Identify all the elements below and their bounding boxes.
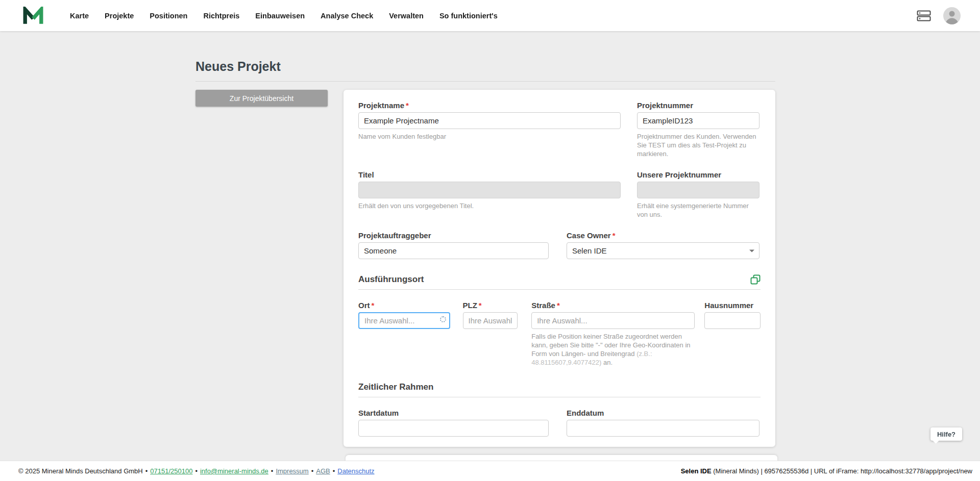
projektnummer-label: Projektnummer [637, 101, 760, 110]
field-startdatum: Startdatum [358, 409, 549, 437]
strasse-label-text: Straße [531, 301, 555, 310]
help-button[interactable]: Hilfe? [930, 427, 962, 441]
field-case-owner: Case Owner* Selen IDE [567, 231, 760, 259]
server-icon[interactable] [917, 10, 931, 21]
title-divider [195, 81, 775, 82]
strasse-helper-suffix: an. [601, 359, 612, 366]
navbar-right [917, 7, 961, 24]
ort-label: Ort* [358, 301, 450, 310]
unsere-projektnummer-label: Unsere Projektnummer [637, 170, 760, 179]
enddatum-label: Enddatum [567, 409, 760, 417]
form-row-auftraggeber-owner: Projektauftraggeber Case Owner* Selen ID… [358, 231, 761, 259]
nav-item-karte[interactable]: Karte [70, 12, 89, 20]
nav-item-positionen[interactable]: Positionen [150, 12, 187, 20]
footer: © 2025 Mineral Minds Deutschland GmbH•07… [0, 461, 980, 481]
projektnummer-input[interactable] [637, 112, 760, 129]
ort-input[interactable] [358, 312, 450, 329]
main-nav: Karte Projekte Positionen Richtpreis Ein… [70, 12, 498, 20]
required-asterisk: * [479, 301, 482, 310]
strasse-label: Straße* [531, 301, 695, 310]
footer-agb-link[interactable]: AGB [316, 467, 330, 475]
back-to-project-overview-button[interactable]: Zur Projektübersicht [195, 90, 328, 107]
section-zeitlicher-rahmen-title: Zeitlicher Rahmen [358, 382, 433, 392]
chevron-down-icon [749, 249, 754, 252]
plz-label: PLZ* [463, 301, 518, 310]
case-owner-selected-value: Selen IDE [572, 246, 607, 255]
footer-phone-link[interactable]: 07151/250100 [150, 467, 192, 475]
startdatum-label: Startdatum [358, 409, 549, 417]
field-ort: Ort* [358, 301, 450, 329]
strasse-input[interactable] [531, 312, 695, 329]
field-projektnummer: Projektnummer Projektnummer des Kunden. … [637, 101, 760, 158]
nav-item-so-funktionierts[interactable]: So funktioniert's [439, 12, 498, 20]
required-asterisk: * [612, 231, 616, 240]
main-content: Neues Projekt Zur Projektübersicht Proje… [0, 31, 980, 461]
projektauftraggeber-input[interactable] [358, 242, 549, 259]
case-owner-label-text: Case Owner [567, 231, 611, 240]
case-owner-select[interactable]: Selen IDE [567, 242, 760, 259]
strasse-helper-main: Falls die Position keiner Straße zugeord… [531, 333, 690, 358]
required-asterisk: * [406, 101, 409, 110]
strasse-helper: Falls die Position keiner Straße zugeord… [531, 332, 695, 367]
projektname-helper: Name vom Kunden festlegbar [358, 132, 621, 141]
nav-item-analyse-check[interactable]: Analyse Check [321, 12, 373, 20]
field-enddatum: Enddatum [567, 409, 760, 437]
form-row-titel: Titel Erhält den von uns vorgegebenen Ti… [358, 170, 761, 219]
section-zeitlicher-rahmen-header: Zeitlicher Rahmen [358, 382, 761, 397]
titel-input [358, 182, 621, 198]
plz-input[interactable] [463, 312, 518, 329]
form-row-dates: Startdatum Enddatum [358, 409, 761, 437]
hausnummer-input[interactable] [704, 312, 761, 329]
mineral-minds-logo [23, 7, 43, 25]
enddatum-input[interactable] [567, 420, 760, 437]
field-projektname: Projektname* Name vom Kunden festlegbar [358, 101, 621, 158]
separator: • [333, 467, 335, 475]
footer-email-link[interactable]: info@mineral-minds.de [200, 467, 268, 475]
form-row-name-number: Projektname* Name vom Kunden festlegbar … [358, 101, 761, 158]
hausnummer-label: Hausnummer [704, 301, 761, 310]
required-asterisk: * [372, 301, 375, 310]
section-ausfuehrungsort-header: Ausführungsort [358, 274, 761, 290]
separator: • [311, 467, 314, 475]
loading-spinner-icon [440, 316, 446, 322]
projektauftraggeber-label: Projektauftraggeber [358, 231, 549, 240]
projektname-label-text: Projektname [358, 101, 404, 110]
user-avatar-icon[interactable] [943, 7, 961, 24]
nav-item-einbauweisen[interactable]: Einbauweisen [255, 12, 305, 20]
projektname-label: Projektname* [358, 101, 621, 110]
nav-item-richtpreis[interactable]: Richtpreis [203, 12, 239, 20]
top-navbar: Karte Projekte Positionen Richtpreis Ein… [0, 0, 980, 31]
titel-label: Titel [358, 170, 621, 179]
unsere-projektnummer-input [637, 182, 760, 198]
separator: • [271, 467, 274, 475]
field-strasse: Straße* Falls die Position keiner Straße… [531, 301, 695, 367]
unsere-projektnummer-helper: Erhält eine systemgenerierte Nummer von … [637, 201, 760, 219]
separator: • [145, 467, 148, 475]
footer-datenschutz-link[interactable]: Datenschutz [337, 467, 374, 475]
page-title: Neues Projekt [195, 59, 775, 74]
projektname-input[interactable] [358, 112, 621, 129]
new-project-form-card: Projektname* Name vom Kunden festlegbar … [344, 90, 775, 447]
footer-user-name: Selen IDE [681, 467, 712, 475]
field-projektauftraggeber: Projektauftraggeber [358, 231, 549, 259]
field-titel: Titel Erhält den von uns vorgegebenen Ti… [358, 170, 621, 219]
section-ausfuehrungsort-title: Ausführungsort [358, 274, 424, 285]
startdatum-input[interactable] [358, 420, 549, 437]
ort-label-text: Ort [358, 301, 370, 310]
footer-impressum-link[interactable]: Impressum [276, 467, 308, 475]
titel-helper: Erhält den von uns vorgegebenen Titel. [358, 201, 621, 210]
required-asterisk: * [557, 301, 560, 310]
footer-session-info: Selen IDE (Mineral Minds) | 69576255536d… [681, 467, 972, 475]
projektnummer-helper: Projektnummer des Kunden. Verwenden Sie … [637, 132, 760, 158]
nav-item-projekte[interactable]: Projekte [105, 12, 134, 20]
field-plz: PLZ* [463, 301, 518, 329]
footer-session-details: (Mineral Minds) | 69576255536d | URL of … [712, 467, 972, 475]
nav-item-verwalten[interactable]: Verwalten [389, 12, 424, 20]
footer-left: © 2025 Mineral Minds Deutschland GmbH•07… [18, 467, 375, 475]
plz-label-text: PLZ [463, 301, 477, 310]
copy-icon[interactable] [750, 274, 761, 285]
separator: • [195, 467, 198, 475]
footer-copyright: © 2025 Mineral Minds Deutschland GmbH [18, 467, 143, 475]
case-owner-label: Case Owner* [567, 231, 760, 240]
field-hausnummer: Hausnummer [704, 301, 761, 329]
